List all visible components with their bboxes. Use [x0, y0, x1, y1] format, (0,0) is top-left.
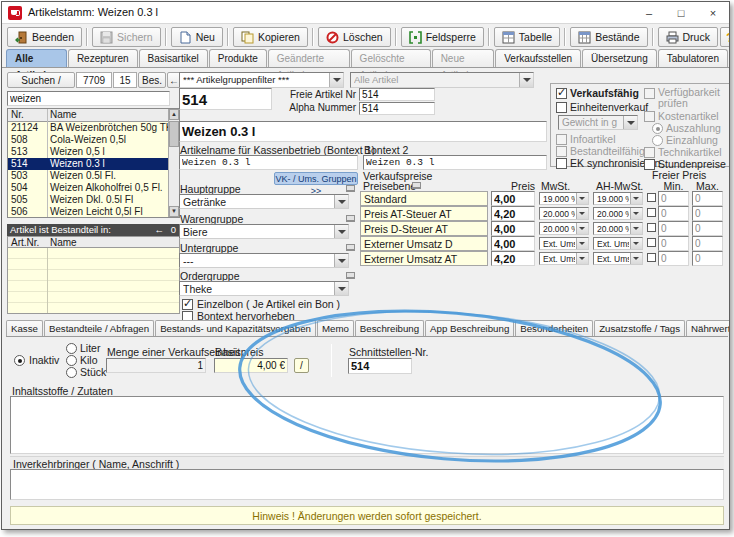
pin-button[interactable]: [412, 182, 421, 189]
freie-artikel-nr-field[interactable]: [359, 88, 435, 101]
kopieren-button[interactable]: Kopieren: [233, 27, 308, 47]
neu-button[interactable]: Neu: [171, 27, 223, 47]
search-input[interactable]: [7, 91, 170, 106]
alle-artikel-combo[interactable]: Alle Artikel: [350, 72, 534, 88]
dropdown-arrow-icon[interactable]: [334, 195, 348, 208]
free-price-checkbox[interactable]: [647, 208, 656, 217]
tab-bestands-kapazitaet[interactable]: Bestands- und Kapazitätsvorgaben: [155, 320, 316, 336]
unit-combo[interactable]: Gewicht in g: [558, 115, 638, 130]
bontext2-field[interactable]: [363, 155, 547, 170]
tab-neue-artikel[interactable]: Neue Artikel: [432, 49, 495, 67]
max-field[interactable]: [692, 251, 723, 266]
price-level-cell[interactable]: Externer Umsatz D: [360, 236, 488, 251]
article-row[interactable]: 505Weizen Dkl. 0.5l Fl: [8, 194, 168, 206]
article-row[interactable]: 21124BA Weizenbrötchen 50g TK: [8, 122, 168, 134]
vat-combo[interactable]: 20.000 %: [539, 207, 589, 220]
min-field[interactable]: [658, 221, 689, 236]
ah-vat-combo[interactable]: 19.000 %: [593, 192, 643, 205]
scroll-down-icon[interactable]: ▼: [169, 206, 179, 217]
max-field[interactable]: [692, 236, 723, 251]
warengruppe-combo[interactable]: Biere: [179, 224, 349, 239]
untergruppe-combo[interactable]: ---: [179, 253, 349, 268]
article-number-field[interactable]: [179, 88, 272, 110]
price-level-cell[interactable]: Standard: [360, 191, 488, 206]
ah-vat-combo[interactable]: Ext. Ums.: [593, 252, 643, 265]
pin-button[interactable]: [346, 185, 355, 192]
bes-button[interactable]: Bes.: [138, 72, 166, 88]
inaktiv-radio[interactable]: [14, 355, 25, 366]
ah-vat-combo[interactable]: 20.000 %: [593, 207, 643, 220]
article-row[interactable]: 504Weizen Alkoholfrei 0,5 Fl.: [8, 182, 168, 194]
kilo-radio[interactable]: [66, 355, 77, 366]
price-field[interactable]: [491, 191, 535, 206]
liter-radio[interactable]: [66, 343, 77, 354]
price-field[interactable]: [491, 251, 535, 266]
col-nr[interactable]: Nr.: [11, 109, 24, 120]
tab-produkte[interactable]: Produkte: [209, 49, 267, 67]
min-field[interactable]: [658, 206, 689, 221]
beenden-button[interactable]: Beenden: [7, 27, 82, 47]
dropdown-arrow-icon[interactable]: [576, 223, 588, 234]
tab-app-beschreibung[interactable]: App Beschreibung: [425, 320, 514, 336]
close-button[interactable]: ×: [698, 2, 728, 24]
pin-button[interactable]: [346, 272, 355, 279]
inhaltsstoffe-textarea[interactable]: [10, 396, 724, 454]
col-name[interactable]: Name: [50, 109, 77, 120]
article-row[interactable]: 513Weizen 0,5 l: [8, 146, 168, 158]
tabelle-button[interactable]: Tabelle: [494, 27, 560, 47]
article-row-selected[interactable]: 514Weizen 0.3 l: [8, 158, 168, 170]
free-price-checkbox[interactable]: [647, 223, 656, 232]
divide-button[interactable]: /: [294, 358, 309, 373]
dropdown-arrow-icon[interactable]: [630, 253, 642, 264]
article-row[interactable]: 508Cola-Weizen 0,5l: [8, 134, 168, 146]
artikelgruppenfilter-combo[interactable]: *** Artikelgruppenfilter ***: [179, 72, 344, 88]
max-field[interactable]: [692, 206, 723, 221]
tab-uebersetzung[interactable]: Übersetzung: [582, 49, 657, 67]
pin-button[interactable]: [346, 215, 355, 222]
dropdown-arrow-icon[interactable]: [630, 193, 642, 204]
free-price-checkbox[interactable]: [647, 193, 656, 202]
article-list-header[interactable]: Nr. Name: [8, 109, 168, 122]
price-field[interactable]: [491, 236, 535, 251]
scrollbar[interactable]: ▲ ▼: [168, 109, 179, 217]
component-list-body[interactable]: [7, 248, 180, 314]
vat-combo[interactable]: 20.000 %: [539, 222, 589, 235]
druck-button[interactable]: Druck: [658, 27, 718, 47]
loeschen-button[interactable]: Löschen: [318, 27, 391, 47]
ah-vat-combo[interactable]: 20.000 %: [593, 222, 643, 235]
min-field[interactable]: [658, 236, 689, 251]
dropdown-arrow-icon[interactable]: [576, 253, 588, 264]
ah-vat-combo[interactable]: Ext. Ums.: [593, 237, 643, 250]
maximize-button[interactable]: □: [666, 2, 696, 24]
article-name-field[interactable]: [179, 121, 547, 142]
tab-basisartikel[interactable]: Basisartikel: [139, 49, 208, 67]
alpha-nummer-field[interactable]: [359, 102, 435, 115]
tab-memo[interactable]: Memo: [317, 320, 354, 336]
dropdown-arrow-icon[interactable]: [623, 116, 637, 129]
tab-alle-artikel[interactable]: Alle Artikel: [6, 49, 67, 67]
tab-tabulatoren[interactable]: Tabulatoren: [658, 49, 728, 67]
free-price-checkbox[interactable]: [647, 238, 656, 247]
free-price-checkbox[interactable]: [647, 253, 656, 262]
scroll-thumb[interactable]: [169, 121, 179, 147]
dropdown-arrow-icon[interactable]: [334, 254, 348, 267]
price-field[interactable]: [491, 206, 535, 221]
dropdown-arrow-icon[interactable]: [630, 208, 642, 219]
dropdown-arrow-icon[interactable]: [630, 223, 642, 234]
min-field[interactable]: [658, 191, 689, 206]
tab-bestandteile[interactable]: Bestandteile / Abfragen: [44, 320, 154, 336]
schnittstellen-nr-field[interactable]: [348, 358, 412, 374]
dropdown-arrow-icon[interactable]: [576, 238, 588, 249]
price-field[interactable]: [491, 221, 535, 236]
dropdown-arrow-icon[interactable]: [334, 225, 348, 238]
ordergruppe-combo[interactable]: Theke: [179, 281, 349, 296]
price-level-cell[interactable]: Preis AT-Steuer AT: [360, 206, 488, 221]
min-field[interactable]: [658, 251, 689, 266]
dropdown-arrow-icon[interactable]: [519, 73, 533, 87]
menge-field[interactable]: [106, 358, 206, 373]
tab-zusatzstoffe-tags[interactable]: Zusatzstoffe / Tags: [594, 320, 685, 336]
max-field[interactable]: [692, 221, 723, 236]
dropdown-arrow-icon[interactable]: [334, 282, 348, 295]
price-level-cell[interactable]: Externer Umsatz AT: [360, 251, 488, 266]
article-row[interactable]: 506Weizen Leicht 0,5l Fl: [8, 206, 168, 218]
